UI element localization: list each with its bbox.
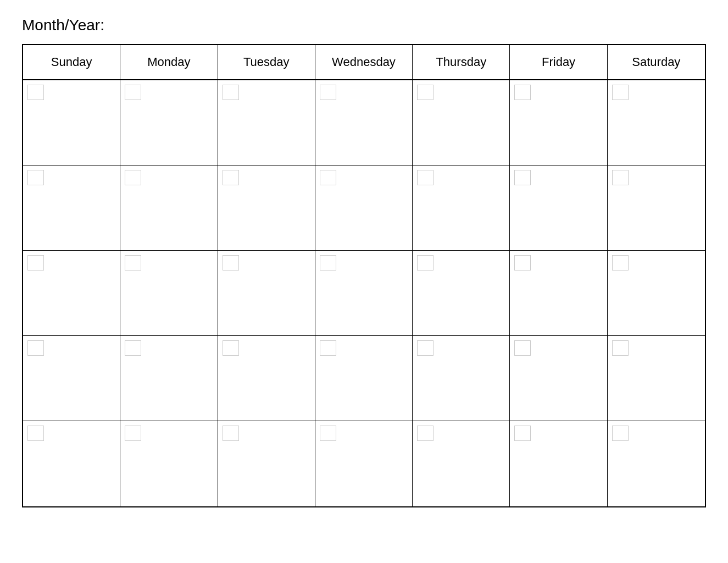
cell-w2-sat[interactable] (608, 165, 705, 250)
date-box (27, 426, 44, 441)
date-box (320, 426, 336, 441)
cell-w5-sun[interactable] (23, 421, 120, 506)
cell-w2-wed[interactable] (315, 165, 413, 250)
header-friday: Friday (510, 45, 607, 79)
calendar-week-2 (23, 165, 705, 251)
header-wednesday: Wednesday (315, 45, 413, 79)
cell-w5-mon[interactable] (120, 421, 218, 506)
cell-w3-mon[interactable] (120, 251, 218, 335)
date-box (320, 170, 336, 185)
cell-w2-tue[interactable] (218, 165, 315, 250)
calendar-container: Sunday Monday Tuesday Wednesday Thursday… (22, 44, 706, 507)
header-saturday: Saturday (608, 45, 705, 79)
date-box (612, 426, 629, 441)
cell-w5-wed[interactable] (315, 421, 413, 506)
cell-w5-tue[interactable] (218, 421, 315, 506)
date-box (125, 426, 141, 441)
cell-w4-tue[interactable] (218, 336, 315, 421)
cell-w3-wed[interactable] (315, 251, 413, 335)
cell-w5-thu[interactable] (413, 421, 510, 506)
date-box (320, 255, 336, 271)
date-box (27, 170, 44, 185)
date-box (223, 85, 239, 100)
date-box (514, 170, 531, 185)
cell-w1-fri[interactable] (510, 80, 607, 165)
date-box (320, 85, 336, 100)
date-box (223, 340, 239, 356)
cell-w3-sun[interactable] (23, 251, 120, 335)
date-box (125, 170, 141, 185)
calendar-week-5 (23, 421, 705, 506)
date-box (514, 85, 531, 100)
cell-w3-tue[interactable] (218, 251, 315, 335)
calendar-week-3 (23, 251, 705, 336)
date-box (612, 255, 629, 271)
date-box (320, 340, 336, 356)
cell-w1-thu[interactable] (413, 80, 510, 165)
cell-w2-fri[interactable] (510, 165, 607, 250)
cell-w1-sun[interactable] (23, 80, 120, 165)
cell-w4-mon[interactable] (120, 336, 218, 421)
date-box (125, 85, 141, 100)
calendar-body (23, 80, 705, 506)
cell-w4-fri[interactable] (510, 336, 607, 421)
month-year-heading: Month/Year: (22, 16, 706, 34)
date-box (417, 85, 434, 100)
cell-w2-sun[interactable] (23, 165, 120, 250)
cell-w1-mon[interactable] (120, 80, 218, 165)
date-box (417, 255, 434, 271)
cell-w2-thu[interactable] (413, 165, 510, 250)
calendar-week-4 (23, 336, 705, 421)
cell-w4-thu[interactable] (413, 336, 510, 421)
date-box (27, 85, 44, 100)
date-box (223, 170, 239, 185)
date-box (612, 85, 629, 100)
date-box (417, 426, 434, 441)
cell-w1-sat[interactable] (608, 80, 705, 165)
header-tuesday: Tuesday (218, 45, 315, 79)
date-box (612, 340, 629, 356)
date-box (514, 255, 531, 271)
cell-w3-thu[interactable] (413, 251, 510, 335)
cell-w1-tue[interactable] (218, 80, 315, 165)
cell-w5-fri[interactable] (510, 421, 607, 506)
date-box (514, 426, 531, 441)
header-monday: Monday (120, 45, 218, 79)
header-sunday: Sunday (23, 45, 120, 79)
header-thursday: Thursday (413, 45, 510, 79)
cell-w5-sat[interactable] (608, 421, 705, 506)
date-box (612, 170, 629, 185)
cell-w4-wed[interactable] (315, 336, 413, 421)
cell-w3-fri[interactable] (510, 251, 607, 335)
cell-w4-sat[interactable] (608, 336, 705, 421)
cell-w1-wed[interactable] (315, 80, 413, 165)
date-box (27, 340, 44, 356)
date-box (27, 255, 44, 271)
cell-w2-mon[interactable] (120, 165, 218, 250)
date-box (125, 255, 141, 271)
calendar-week-1 (23, 80, 705, 165)
date-box (417, 170, 434, 185)
cell-w4-sun[interactable] (23, 336, 120, 421)
date-box (417, 340, 434, 356)
date-box (514, 340, 531, 356)
date-box (223, 255, 239, 271)
date-box (223, 426, 239, 441)
cell-w3-sat[interactable] (608, 251, 705, 335)
date-box (125, 340, 141, 356)
calendar-header: Sunday Monday Tuesday Wednesday Thursday… (23, 45, 705, 80)
